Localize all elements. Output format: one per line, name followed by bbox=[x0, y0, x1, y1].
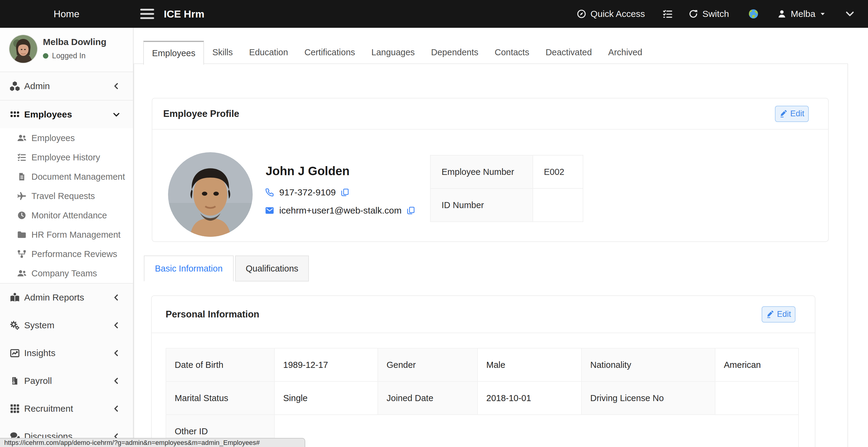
diagram-icon bbox=[16, 250, 28, 259]
sidebar-item-label: Insights bbox=[24, 348, 55, 358]
collapse-topbar-button[interactable] bbox=[844, 8, 855, 19]
tab-contacts[interactable]: Contacts bbox=[487, 41, 537, 64]
tab-qualifications[interactable]: Qualifications bbox=[235, 256, 309, 282]
employee-phone: 917-372-9109 bbox=[279, 187, 336, 197]
info-value: 2018-10-01 bbox=[477, 381, 582, 415]
personal-information-title: Personal Information bbox=[166, 309, 259, 320]
chevron-left-icon bbox=[113, 349, 120, 357]
chevron-left-icon bbox=[113, 321, 120, 329]
edit-button-label: Edit bbox=[777, 310, 791, 319]
chevron-down-icon bbox=[113, 110, 120, 118]
copy-phone-icon[interactable] bbox=[341, 188, 349, 197]
sidebar-item-company-teams[interactable]: Company Teams bbox=[0, 264, 133, 283]
personal-information-table: Date of Birth 1989-12-17 Gender Male Nat… bbox=[166, 348, 799, 447]
switch-icon bbox=[688, 9, 698, 19]
table-row: Date of Birth 1989-12-17 Gender Male Nat… bbox=[166, 348, 799, 381]
sidebar-item-insights[interactable]: Insights bbox=[0, 339, 133, 367]
grid-3x3-icon bbox=[8, 404, 21, 414]
info-label: Driving License No bbox=[582, 381, 715, 415]
chart-line-icon bbox=[8, 348, 21, 358]
info-label: Gender bbox=[378, 348, 477, 381]
sidebar-item-label: Recruitment bbox=[24, 404, 73, 414]
sidebar-item-hr-form-management[interactable]: HR Form Management bbox=[0, 225, 133, 244]
submenu-item-label: Travel Requests bbox=[31, 191, 95, 201]
sidebar-item-monitor-attendance[interactable]: Monitor Attendance bbox=[0, 206, 133, 225]
quick-access-button[interactable]: Quick Access bbox=[577, 9, 645, 19]
grid-icon bbox=[8, 109, 21, 120]
edit-personal-information-button[interactable]: Edit bbox=[762, 306, 796, 323]
chevron-left-icon bbox=[113, 294, 120, 301]
employee-meta-table: Employee Number E002 ID Number bbox=[430, 155, 583, 222]
app-brand[interactable]: ICE Hrm bbox=[164, 8, 204, 20]
info-value: American bbox=[715, 348, 799, 381]
module-tabs: Employees Skills Education Certification… bbox=[143, 41, 650, 64]
employee-profile-card: Employee Profile Edit John J Golden bbox=[152, 98, 829, 242]
edit-button-label: Edit bbox=[790, 109, 805, 118]
sidebar-item-travel-requests[interactable]: Travel Requests bbox=[0, 186, 133, 206]
sidebar-user-name: Melba Dowling bbox=[43, 37, 106, 47]
submenu-item-label: Monitor Attendance bbox=[31, 211, 107, 221]
info-label: Marital Status bbox=[166, 381, 274, 415]
sidebar-item-payroll[interactable]: Payroll bbox=[0, 367, 133, 395]
tab-languages[interactable]: Languages bbox=[363, 41, 423, 64]
info-value bbox=[274, 415, 799, 447]
employees-submenu: Employees Employee History Document Mana… bbox=[0, 128, 133, 283]
tab-certifications[interactable]: Certifications bbox=[296, 41, 363, 64]
user-menu[interactable]: Melba bbox=[777, 9, 826, 19]
submenu-item-label: Performance Reviews bbox=[31, 249, 117, 259]
sidebar-item-employees-list[interactable]: Employees bbox=[0, 128, 133, 148]
browser-status-bar: https://icehrm.com/app/demo-icehrm/?g=ad… bbox=[0, 438, 305, 447]
logged-in-dot-icon bbox=[43, 53, 49, 59]
tab-deactivated[interactable]: Deactivated bbox=[537, 41, 600, 64]
folder-icon bbox=[16, 230, 28, 240]
users-icon bbox=[16, 268, 28, 278]
tasks-button[interactable] bbox=[662, 9, 673, 19]
user-icon bbox=[777, 9, 786, 19]
caret-down-icon bbox=[819, 11, 826, 17]
table-row: Marital Status Single Joined Date 2018-1… bbox=[166, 381, 799, 415]
sidebar: Melba Dowling Logged In Admin Employees bbox=[0, 28, 133, 447]
avatar bbox=[9, 34, 38, 63]
chevron-left-icon bbox=[113, 377, 120, 385]
sidebar-item-system[interactable]: System bbox=[0, 311, 133, 339]
copy-email-icon[interactable] bbox=[406, 206, 415, 215]
sidebar-item-label: Admin bbox=[24, 81, 50, 91]
tab-employees[interactable]: Employees bbox=[143, 41, 204, 65]
sidebar-item-performance-reviews[interactable]: Performance Reviews bbox=[0, 244, 133, 264]
info-label: Joined Date bbox=[378, 381, 477, 415]
switch-button[interactable]: Switch bbox=[688, 9, 729, 19]
info-value: Male bbox=[477, 348, 582, 381]
sidebar-item-employee-history[interactable]: Employee History bbox=[0, 148, 133, 167]
sidebar-item-document-management[interactable]: Document Management bbox=[0, 167, 133, 186]
icehrm-app: Home ICE Hrm Quick Access Sw bbox=[0, 0, 868, 447]
sidebar-item-label: Admin Reports bbox=[24, 292, 84, 302]
tab-archived[interactable]: Archived bbox=[600, 41, 650, 64]
quick-access-label: Quick Access bbox=[591, 9, 645, 19]
sidebar-item-label: Payroll bbox=[24, 376, 52, 386]
edit-profile-button[interactable]: Edit bbox=[775, 106, 809, 122]
employee-name: John J Golden bbox=[266, 164, 350, 178]
topbar: Home ICE Hrm Quick Access Sw bbox=[0, 0, 868, 28]
tab-dependents[interactable]: Dependents bbox=[423, 41, 486, 64]
plane-icon bbox=[16, 191, 28, 201]
employee-photo[interactable] bbox=[168, 152, 253, 237]
language-button[interactable] bbox=[748, 8, 759, 20]
cogs-icon bbox=[8, 320, 21, 330]
file-archive-icon bbox=[8, 377, 21, 385]
hamburger-menu-icon[interactable] bbox=[140, 9, 154, 19]
table-row: ID Number bbox=[430, 188, 583, 222]
submenu-item-label: Employee History bbox=[31, 153, 100, 162]
tab-basic-information[interactable]: Basic Information bbox=[144, 256, 234, 282]
submenu-item-label: HR Form Management bbox=[31, 230, 121, 240]
info-value: 1989-12-17 bbox=[274, 348, 378, 381]
submenu-item-label: Employees bbox=[31, 133, 75, 143]
sidebar-item-employees[interactable]: Employees bbox=[0, 101, 133, 128]
sidebar-item-admin-reports[interactable]: Admin Reports bbox=[0, 284, 133, 311]
main-content: Employees Skills Education Certification… bbox=[133, 28, 868, 447]
tab-skills[interactable]: Skills bbox=[204, 41, 241, 64]
cubes-icon bbox=[8, 81, 21, 92]
sidebar-item-admin[interactable]: Admin bbox=[0, 72, 133, 100]
sidebar-item-recruitment[interactable]: Recruitment bbox=[0, 395, 133, 422]
tab-education[interactable]: Education bbox=[241, 41, 296, 64]
home-link[interactable]: Home bbox=[54, 8, 79, 20]
